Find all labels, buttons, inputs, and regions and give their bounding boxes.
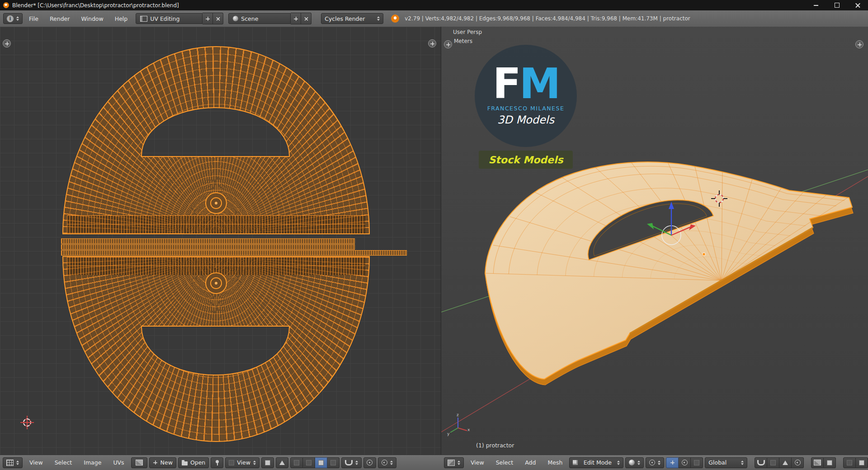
uv-proportional-button[interactable] <box>363 457 376 468</box>
v3d-menu-view[interactable]: View <box>466 459 489 466</box>
uv-2d-cursor[interactable] <box>21 417 33 428</box>
region-toggle-icon[interactable] <box>444 40 452 48</box>
orientation-combo[interactable]: Global <box>705 457 747 468</box>
screen-layout-delete-button[interactable] <box>213 13 223 24</box>
info-editor-icon: i <box>7 15 14 22</box>
manipulator-rotate-button[interactable] <box>679 457 691 468</box>
uv-editor-pane: View Select Image UVs New Open <box>0 27 441 470</box>
image-browse-button[interactable] <box>131 457 147 468</box>
fm-logo-letters: FM <box>493 66 559 103</box>
maximize-button[interactable] <box>826 0 847 10</box>
window-title: Blender* [C:\Users\franc\Desktop\protrac… <box>12 2 179 9</box>
image-new-button[interactable]: New <box>149 457 176 468</box>
chevron-updown-icon <box>253 461 256 465</box>
screen-layout-add-button[interactable] <box>203 13 213 24</box>
render-anim-button[interactable] <box>824 457 836 468</box>
close-icon <box>855 3 860 8</box>
uv-pivot-island-top[interactable] <box>205 192 227 214</box>
render-shortcut-group <box>811 457 836 468</box>
scene-add-button[interactable] <box>291 13 301 24</box>
snap-toggle-button[interactable] <box>755 457 767 468</box>
proportional-edit-button[interactable] <box>792 457 804 468</box>
translate-icon <box>670 461 675 465</box>
falloff-icon <box>382 460 387 465</box>
uv-select-vertex-button[interactable] <box>290 457 303 468</box>
manipulator-translate-button[interactable] <box>666 457 679 468</box>
v3d-menu-add[interactable]: Add <box>520 459 541 466</box>
mode-combo[interactable]: Edit Mode <box>569 457 623 468</box>
uv-menu-image[interactable]: Image <box>79 459 106 466</box>
snap-element-button[interactable] <box>767 457 779 468</box>
editor-type-info-button[interactable]: i <box>3 13 23 24</box>
viewport-3d-pane: FM FRANCESCO MILANESE 3D Models Stock Mo… <box>441 27 868 470</box>
film-icon <box>827 460 832 465</box>
uv-falloff-combo[interactable] <box>378 457 396 468</box>
uv-snap-combo[interactable] <box>341 457 362 468</box>
chevron-updown-icon <box>741 461 744 465</box>
camera-icon <box>814 460 821 465</box>
scene-delete-button[interactable] <box>301 13 311 24</box>
region-toggle-icon[interactable] <box>428 39 436 47</box>
magnet-icon <box>345 460 353 465</box>
viewport-3d-canvas[interactable]: FM FRANCESCO MILANESE 3D Models Stock Mo… <box>441 27 868 455</box>
fm-logo-tagline: 3D Models <box>497 114 554 126</box>
manipulator-group <box>666 457 703 468</box>
image-icon <box>136 460 143 465</box>
pivot-icon <box>229 460 234 465</box>
scene-browse[interactable]: Scene <box>228 13 291 24</box>
pivot-center-combo[interactable] <box>646 457 664 468</box>
menu-file[interactable]: File <box>24 15 43 22</box>
image-open-button[interactable]: Open <box>178 457 209 468</box>
image-pin-button[interactable] <box>211 457 223 468</box>
uv-select-island-button[interactable] <box>327 457 340 468</box>
mode-label: Edit Mode <box>584 459 612 466</box>
region-toggle-icon[interactable] <box>855 40 863 48</box>
plus-icon <box>206 17 210 21</box>
uv-menu-view[interactable]: View <box>24 459 48 466</box>
uv-menu-select[interactable]: Select <box>50 459 77 466</box>
blender-logo-icon <box>3 2 9 8</box>
uv-menu-uvs[interactable]: UVs <box>108 459 129 466</box>
paste-pose-button[interactable] <box>856 457 868 468</box>
uv-edge-strip[interactable] <box>61 250 407 256</box>
uv-pivot-combo[interactable]: View <box>225 457 259 468</box>
copy-pose-button[interactable] <box>843 457 856 468</box>
uv-canvas[interactable] <box>0 27 441 455</box>
pivot-center-icon <box>649 460 655 465</box>
v3d-menu-mesh[interactable]: Mesh <box>542 459 567 466</box>
menu-help[interactable]: Help <box>110 15 133 22</box>
viewport-3d-header: View Select Add Mesh Edit Mode <box>441 455 868 470</box>
render-still-button[interactable] <box>811 457 824 468</box>
close-button[interactable] <box>847 0 868 10</box>
menu-window[interactable]: Window <box>76 15 108 22</box>
axis-gizmo: z x y <box>447 413 470 437</box>
extra-tools-group <box>843 457 868 468</box>
uv-sticky-select-button[interactable] <box>276 457 288 468</box>
uv-select-face-button[interactable] <box>315 457 327 468</box>
uv-select-edge-button[interactable] <box>303 457 315 468</box>
minimize-button[interactable] <box>806 0 826 10</box>
screen-layout-browse[interactable]: UV Editing <box>136 13 203 24</box>
face-select-icon <box>318 460 324 465</box>
uv-sync-select-button[interactable] <box>261 457 274 468</box>
pivot-label: View <box>237 459 250 466</box>
chevron-updown-icon <box>390 461 393 465</box>
active-object-label: (1) protractor <box>476 442 514 449</box>
editor-type-uv-button[interactable] <box>3 457 23 468</box>
info-header: i File Render Window Help UV Editing Sce… <box>0 10 868 27</box>
manipulator-scale-button[interactable] <box>691 457 703 468</box>
snap-target-button[interactable] <box>779 457 792 468</box>
title-bar: Blender* [C:\Users\franc\Desktop\protrac… <box>0 0 868 10</box>
uv-edge-strip[interactable] <box>61 244 355 250</box>
menu-render[interactable]: Render <box>45 15 75 22</box>
shading-icon <box>629 460 635 465</box>
v3d-menu-select[interactable]: Select <box>491 459 519 466</box>
region-toggle-icon[interactable] <box>3 39 11 47</box>
editor-type-3d-button[interactable] <box>444 457 464 468</box>
pin-icon <box>216 460 219 463</box>
proportional-icon <box>795 460 801 465</box>
shading-combo[interactable] <box>625 457 644 468</box>
render-engine-combo[interactable]: Cycles Render <box>321 13 383 24</box>
uv-pivot-island-bottom[interactable] <box>205 272 227 294</box>
uv-edge-strip[interactable] <box>61 238 355 244</box>
